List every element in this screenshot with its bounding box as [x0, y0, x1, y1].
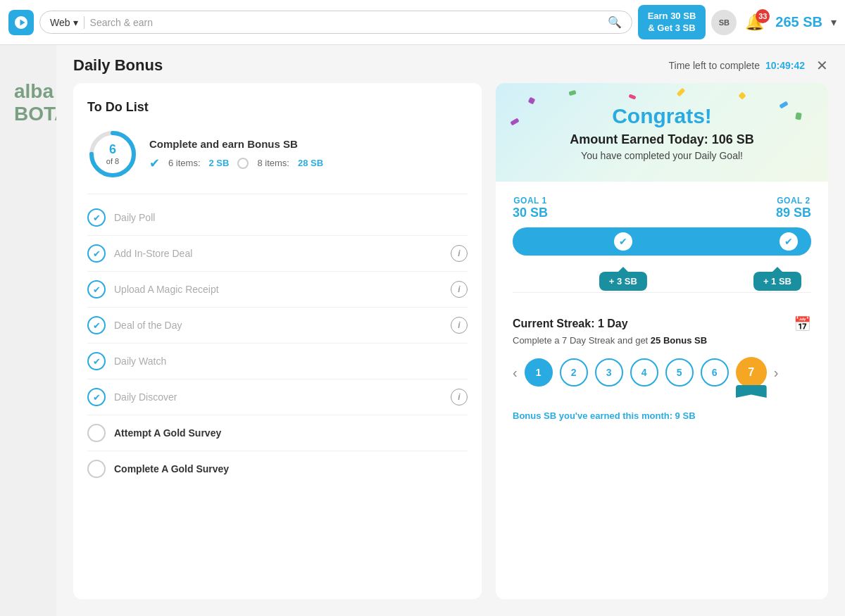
- search-icon[interactable]: 🔍: [608, 15, 622, 29]
- bell-button[interactable]: 🔔 33: [745, 13, 764, 32]
- progress-label: Complete and earn Bonus SB: [149, 138, 468, 150]
- todo-check-circle[interactable]: ✔: [87, 352, 106, 370]
- bubble1-arrow: [618, 267, 628, 272]
- todo-items-list: ✔Daily Poll✔Add In-Store Deali✔Upload A …: [87, 200, 468, 486]
- goal-bar-wrapper: ✔ ✔ + 3 SB + 1 SB: [513, 227, 811, 256]
- congrats-title: Congrats!: [612, 104, 712, 128]
- streak-day-1[interactable]: 1: [525, 358, 553, 386]
- streak-day-2[interactable]: 2: [560, 358, 588, 386]
- notification-count: 33: [756, 9, 770, 23]
- progress-number: 6: [106, 143, 119, 157]
- todo-check-circle[interactable]: ✔: [87, 388, 106, 406]
- todo-item-label: Daily Watch: [114, 356, 468, 367]
- goal-bar-fill: [513, 227, 811, 256]
- items-6-sb: 2 SB: [209, 158, 230, 168]
- streak-days: ‹ 1 2 3 4 5 6 7 ›: [513, 357, 811, 388]
- streak-prev-button[interactable]: ‹: [513, 365, 518, 381]
- panel-title: Daily Bonus: [73, 56, 163, 75]
- progress-circle: 6 of 8: [87, 129, 138, 180]
- goal1-col: GOAL 1 30 SB: [513, 196, 548, 220]
- panel-body: To Do List 6 of 8: [56, 83, 845, 616]
- time-left-label: Time left to complete: [669, 60, 760, 71]
- goal2-label: GOAL 2: [776, 196, 811, 206]
- sb-balance: 265 SB: [775, 14, 822, 30]
- search-input[interactable]: Search & earn: [90, 17, 602, 28]
- topbar-chevron-icon[interactable]: ▾: [831, 15, 837, 29]
- todo-item[interactable]: ✔Add In-Store Deali: [87, 236, 468, 272]
- empty-circle-icon: [237, 158, 249, 169]
- panel-header: Daily Bonus Time left to complete 10:49:…: [56, 45, 845, 83]
- streak-day-6[interactable]: 6: [701, 358, 729, 386]
- monthly-bonus-text: Bonus SB you've earned this month: 9 SB: [496, 410, 828, 429]
- todo-check-circle[interactable]: ✔: [87, 244, 106, 263]
- todo-item-label: Attempt A Gold Survey: [114, 427, 468, 439]
- todo-item[interactable]: Complete A Gold Survey: [87, 451, 468, 486]
- todo-check-circle[interactable]: ✔: [87, 280, 106, 298]
- todo-check-circle[interactable]: ✔: [87, 208, 106, 227]
- earn-line2: & Get 3 SB: [648, 23, 696, 34]
- confetti: [676, 88, 685, 97]
- bubble2-arrow: [772, 267, 782, 272]
- check-teal-icon: ✔: [149, 156, 160, 171]
- confetti: [528, 97, 536, 105]
- streak-next-button[interactable]: ›: [774, 365, 779, 381]
- confetti: [780, 101, 789, 108]
- todo-item[interactable]: ✔Daily Poll: [87, 200, 468, 236]
- goal-bar-container: ✔ ✔: [513, 227, 811, 256]
- goal2-col: GOAL 2 89 SB: [776, 196, 811, 220]
- todo-check-circle[interactable]: ✔: [87, 316, 106, 334]
- todo-item[interactable]: ✔Daily Watch: [87, 344, 468, 379]
- todo-item[interactable]: ✔Daily Discoveri: [87, 379, 468, 415]
- goal1-label: GOAL 1: [513, 196, 548, 206]
- logo: [8, 10, 34, 35]
- web-dropdown[interactable]: Web ▾: [50, 17, 78, 28]
- confetti: [795, 112, 802, 120]
- panel-header-right: Time left to complete 10:49:42 ✕: [669, 57, 828, 74]
- info-icon[interactable]: i: [451, 245, 468, 262]
- todo-item-label: Daily Poll: [114, 212, 468, 223]
- time-countdown: 10:49:42: [765, 60, 805, 71]
- todo-item-label: Deal of the Day: [114, 320, 442, 331]
- todo-item[interactable]: Attempt A Gold Survey: [87, 415, 468, 451]
- todo-check-circle[interactable]: [87, 460, 106, 478]
- goal1-bubble: + 3 SB: [599, 272, 647, 291]
- streak-day-5[interactable]: 5: [665, 358, 694, 386]
- confetti: [628, 94, 636, 99]
- close-button[interactable]: ✕: [816, 57, 828, 74]
- todo-check-circle[interactable]: [87, 424, 106, 442]
- streak-day-7[interactable]: 7: [736, 357, 767, 388]
- goals-section: GOAL 1 30 SB GOAL 2 89 SB ✔ ✔: [496, 182, 828, 315]
- confetti: [738, 92, 746, 99]
- items-8-label: 8 items:: [257, 158, 289, 168]
- streak-day-7-container: 7: [736, 357, 767, 388]
- confetti: [510, 118, 519, 125]
- info-icon[interactable]: i: [451, 317, 468, 334]
- goal1-check-icon: ✔: [612, 230, 634, 253]
- congrats-card: Congrats! Amount Earned Today: 106 SB Yo…: [496, 83, 828, 599]
- goal1-amount: 30 SB: [513, 206, 548, 220]
- progress-divider: [87, 194, 468, 194]
- daily-bonus-panel: Daily Bonus Time left to complete 10:49:…: [56, 45, 845, 616]
- goal2-amount: 89 SB: [776, 206, 811, 220]
- goals-divider: [513, 292, 811, 293]
- search-divider: [84, 16, 84, 29]
- topbar: Web ▾ Search & earn 🔍 Earn 30 SB & Get 3…: [0, 0, 845, 45]
- todo-item[interactable]: ✔Deal of the Dayi: [87, 308, 468, 344]
- streak-day-4[interactable]: 4: [630, 358, 658, 386]
- todo-item[interactable]: ✔Upload A Magic Receipti: [87, 272, 468, 308]
- sb-icon: SB: [711, 10, 737, 35]
- congrats-amount: Amount Earned Today: 106 SB: [570, 132, 754, 147]
- congrats-banner: Congrats! Amount Earned Today: 106 SB Yo…: [496, 83, 828, 182]
- items-8-sb: 28 SB: [298, 158, 323, 168]
- info-icon[interactable]: i: [451, 281, 468, 298]
- earn-badge-button[interactable]: Earn 30 SB & Get 3 SB: [638, 5, 706, 40]
- confetti: [568, 90, 576, 96]
- todo-title: To Do List: [87, 100, 468, 115]
- streak-title: Current Streak: 1 Day: [513, 318, 628, 330]
- streak-day-3[interactable]: 3: [595, 358, 623, 386]
- streak-bookmark-icon: [736, 385, 767, 398]
- info-icon[interactable]: i: [451, 389, 468, 406]
- todo-item-label: Add In-Store Deal: [114, 248, 442, 259]
- streak-subtitle: Complete a 7 Day Streak and get 25 Bonus…: [513, 335, 811, 346]
- calendar-icon[interactable]: 📅: [794, 315, 811, 332]
